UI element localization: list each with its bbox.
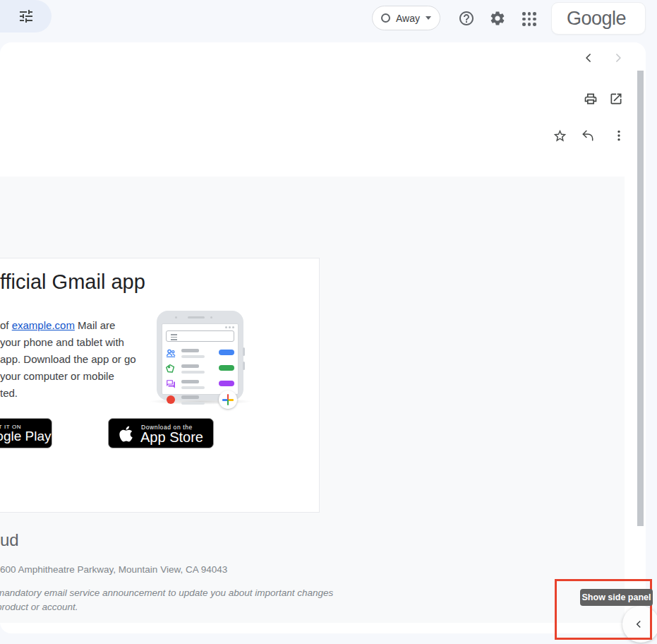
status-label: Away — [396, 13, 420, 24]
chevron-down-icon — [426, 16, 431, 20]
more-options-button[interactable] — [613, 129, 625, 142]
open-in-new-button[interactable] — [609, 92, 623, 106]
phone-speaker — [188, 316, 205, 318]
phone-illustration — [157, 311, 243, 400]
phone-camera-dot — [175, 316, 177, 318]
newer-email-button[interactable] — [581, 51, 596, 65]
google-play-badge[interactable]: GET IT ON Google Play — [0, 418, 52, 448]
reply-button[interactable] — [581, 129, 595, 143]
search-options-button[interactable] — [0, 0, 52, 32]
phone-list-row — [166, 395, 236, 406]
label-icon — [166, 364, 176, 374]
annotation-rectangle — [555, 579, 652, 640]
status-away-icon — [381, 13, 390, 23]
email-heading: fficial Gmail app — [0, 270, 145, 294]
email-footer-brand: ud — [0, 530, 19, 550]
tune-icon — [18, 8, 35, 25]
phone-side-button — [243, 347, 245, 356]
green-pill — [219, 365, 234, 371]
google-account-card[interactable]: Google — [551, 2, 646, 35]
paragraph-line: of example.com Mail are — [0, 317, 136, 334]
email-footer-note: mandatory email service announcement to … — [0, 586, 333, 614]
red-dot-icon — [167, 395, 175, 404]
purple-pill — [219, 381, 234, 386]
email-paragraph: of example.com Mail are your phone and t… — [0, 317, 136, 402]
star-button[interactable] — [553, 129, 567, 143]
apple-logo-icon — [119, 425, 133, 443]
google-apps-button[interactable] — [522, 11, 537, 27]
phone-camera-dot — [210, 316, 212, 318]
phone-list-row — [166, 379, 236, 390]
scrollbar[interactable] — [637, 71, 644, 526]
compose-fab-icon — [219, 390, 237, 409]
phone-list-row — [166, 364, 236, 375]
gmail-window: { "header": { "status_label": "Away", "l… — [0, 0, 657, 644]
phone-statusbar-icons — [225, 326, 234, 328]
phone-search-bar — [166, 330, 234, 342]
app-store-badge[interactable]: Download on the App Store — [108, 418, 214, 448]
show-side-panel-tooltip: Show side panel — [580, 589, 653, 606]
phone-list-row — [166, 348, 236, 359]
status-selector[interactable]: Away — [372, 6, 440, 30]
paragraph-line: your computer or mobile — [0, 368, 136, 385]
google-logo: Google — [567, 8, 626, 30]
email-footer-address: 600 Amphitheatre Parkway, Mountain View,… — [0, 564, 227, 575]
chat-icon — [166, 379, 176, 389]
older-email-button[interactable] — [611, 51, 625, 65]
blue-pill — [219, 350, 234, 355]
phone-screen — [162, 323, 239, 395]
hamburger-icon — [171, 334, 177, 342]
paragraph-line: ted. — [0, 385, 136, 402]
example-link[interactable]: example.com — [12, 319, 75, 331]
help-button[interactable] — [458, 10, 475, 27]
contacts-icon — [166, 348, 176, 358]
print-button[interactable] — [584, 92, 598, 106]
paragraph-line: app. Download the app or go — [0, 351, 136, 368]
phone-side-button — [243, 362, 245, 370]
paragraph-line: your phone and tablet with — [0, 334, 136, 351]
settings-gear-button[interactable] — [489, 10, 506, 27]
